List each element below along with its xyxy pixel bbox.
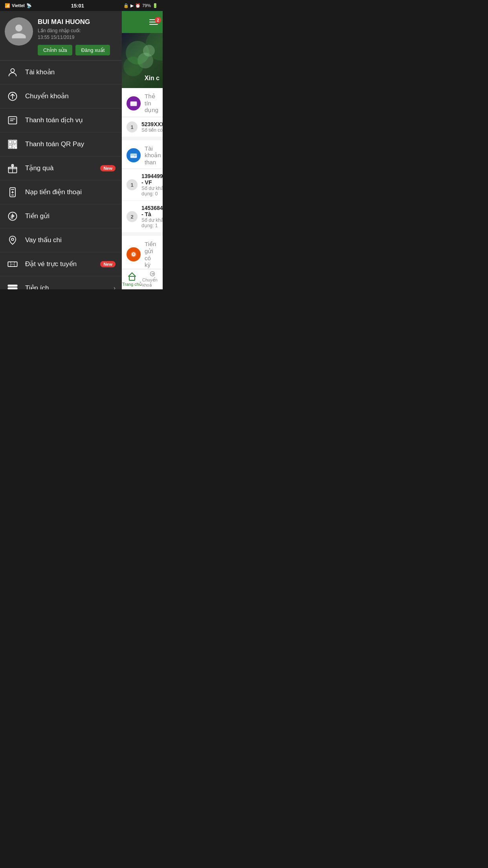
location-icon: ▶ (130, 3, 134, 8)
ticket-icon (6, 258, 19, 270)
profile-name: BUI MAI HUONG (38, 18, 117, 26)
account-number-credit-1: 5239XXXXXXXX (141, 121, 163, 127)
svg-rect-20 (130, 103, 137, 104)
utilities-icon (6, 282, 19, 289)
profile-buttons: Chỉnh sửa Đăng xuất (38, 45, 117, 55)
profile-last-login: Lần đăng nhập cuối: 13:55 15/11/2019 (38, 28, 117, 41)
chevron-right-icon: › (114, 285, 116, 289)
menu-label-chuyen-khoan: Chuyển khoản (25, 92, 116, 100)
account-number-payment-2: 145368472 - Tà (141, 205, 163, 217)
accounts-section: Thẻ tín dụng 1 5239XXXXXXXX Số tiền có t… (122, 88, 163, 269)
sidebar-item-nap-tien[interactable]: Nạp tiền điện thoại (0, 180, 122, 204)
menu-label-dat-ve: Đặt vé trực tuyến (25, 260, 94, 268)
profile-section: BUI MAI HUONG Lần đăng nhập cuối: 13:55 … (0, 11, 122, 61)
loan-icon (6, 234, 19, 246)
credit-card-section-icon (127, 96, 141, 110)
section-header-tai-khoan-thanh-toan: Tài khoản than (122, 140, 163, 169)
logout-button[interactable]: Đăng xuất (75, 45, 110, 55)
menu-label-tien-ich: Tiện ích (25, 284, 107, 289)
carrier-signal: 📶 Viettel 📡 (5, 3, 32, 8)
svg-point-12 (11, 238, 14, 240)
alarm-icon: ⏰ (135, 3, 141, 8)
menu-label-tang-qua: Tặng quà (25, 164, 94, 172)
hero-banner: Xin c (122, 33, 163, 88)
wallet-section-icon (127, 148, 141, 162)
svg-rect-8 (9, 145, 11, 147)
sidebar-item-thanh-toan-dich-vu[interactable]: Thanh toán dịch vụ (0, 108, 122, 132)
account-sub-payment-2: Số dư khả dụng: 1 (141, 217, 163, 228)
lock-icon: 🔒 (123, 3, 129, 8)
sidebar-item-tien-gui[interactable]: Tiền gửi (0, 204, 122, 228)
bottom-navigation: Trang chủ Chuyển khoả (122, 269, 163, 289)
clock: 15:01 (71, 3, 84, 9)
account-info-credit-1: 5239XXXXXXXX Số tiền có thể chi (141, 121, 163, 133)
account-index-payment-1: 1 (127, 179, 138, 190)
svg-point-0 (11, 68, 14, 72)
svg-rect-22 (129, 276, 135, 280)
menu-label-tien-gui: Tiền gửi (25, 212, 116, 220)
svg-rect-6 (9, 141, 11, 143)
edit-profile-button[interactable]: Chỉnh sửa (38, 45, 72, 55)
account-item-payment-1[interactable]: 1 139449924 - VF Số dư khả dụng: 0 (122, 169, 163, 201)
section-title-the-tin-dung: Thẻ tín dụng (145, 93, 158, 114)
profile-info: BUI MAI HUONG Lần đăng nhập cuối: 13:55 … (38, 17, 117, 55)
nav-label-trang-chu: Trang chủ (122, 282, 142, 287)
svg-rect-15 (8, 287, 17, 289)
nav-item-chuyen-khoan[interactable]: Chuyển khoả (142, 269, 163, 289)
notification-badge: 2 (155, 17, 161, 23)
menu-label-qr-pay: Thanh toán QR Pay (25, 140, 116, 148)
new-badge-tang-qua: New (100, 165, 116, 171)
hamburger-line-3 (149, 24, 158, 25)
savings-deposit-section-icon (127, 247, 141, 261)
account-info-payment-2: 145368472 - Tà Số dư khả dụng: 1 (141, 205, 163, 228)
signal-bars: 📶 (5, 3, 10, 8)
account-item-credit-1[interactable]: 1 5239XXXXXXXX Số tiền có thể chi (122, 117, 163, 137)
right-header: 2 (122, 11, 163, 33)
sidebar-item-qr-pay[interactable]: Thanh toán QR Pay (0, 132, 122, 156)
sidebar-item-tang-qua[interactable]: Tặng quà New (0, 156, 122, 180)
account-sub-payment-1: Số dư khả dụng: 0 (141, 186, 163, 197)
section-title-tai-khoan-thanh-toan: Tài khoản than (145, 145, 161, 166)
nav-label-chuyen-khoan: Chuyển khoả (142, 278, 163, 288)
svg-rect-14 (8, 285, 17, 286)
avatar (5, 17, 33, 46)
hamburger-menu-button[interactable]: 2 (149, 19, 158, 25)
sidebar-item-tai-khoan[interactable]: Tài khoản (0, 61, 122, 85)
phone-topup-icon (6, 186, 19, 199)
right-panel: 2 Xin c Thẻ tín dụng 1 (122, 11, 163, 289)
section-title-tien-gui-co-ky: Tiền gửi có kỳ (145, 241, 158, 268)
section-header-tien-gui-co-ky: Tiền gửi có kỳ (122, 236, 163, 269)
svg-rect-2 (9, 116, 17, 124)
payment-service-icon (6, 114, 19, 127)
svg-rect-7 (14, 141, 16, 143)
nav-item-trang-chu[interactable]: Trang chủ (122, 269, 142, 289)
gift-icon (6, 162, 19, 175)
account-item-payment-2[interactable]: 2 145368472 - Tà Số dư khả dụng: 1 (122, 201, 163, 233)
sidebar: BUI MAI HUONG Lần đăng nhập cuối: 13:55 … (0, 11, 122, 289)
account-number-payment-1: 139449924 - VF (141, 173, 163, 186)
battery-icon: 🔋 (152, 3, 158, 8)
menu-label-thanh-toan-dich-vu: Thanh toán dịch vụ (25, 116, 116, 124)
qr-icon (6, 138, 19, 151)
new-badge-dat-ve: New (100, 261, 116, 267)
battery-status: 🔒 ▶ ⏰ 79% 🔋 (123, 3, 158, 8)
account-info-payment-1: 139449924 - VF Số dư khả dụng: 0 (141, 173, 163, 197)
menu-label-vay-thau-chi: Vay thấu chi (25, 236, 116, 244)
sidebar-item-dat-ve[interactable]: Đặt vé trực tuyến New (0, 252, 122, 276)
hero-text: Xin c (145, 75, 160, 82)
menu-list: Tài khoản Chuyển khoản Thanh toán dịch v… (0, 61, 122, 289)
sidebar-item-chuyen-khoan[interactable]: Chuyển khoản (0, 85, 122, 108)
sidebar-item-vay-thau-chi[interactable]: Vay thấu chi (0, 228, 122, 252)
savings-icon (6, 210, 19, 223)
menu-label-tai-khoan: Tài khoản (25, 68, 116, 76)
wifi-icon: 📡 (26, 3, 32, 8)
status-bar: 📶 Viettel 📡 15:01 🔒 ▶ ⏰ 79% 🔋 (0, 0, 163, 11)
transfer-icon (6, 90, 19, 103)
user-icon (6, 66, 19, 79)
sidebar-item-tien-ich[interactable]: Tiện ích › (0, 276, 122, 289)
menu-label-nap-tien: Nạp tiền điện thoại (25, 188, 116, 196)
account-index-1: 1 (127, 121, 138, 132)
account-sub-credit-1: Số tiền có thể chi (141, 127, 163, 133)
section-header-the-tin-dung: Thẻ tín dụng (122, 88, 163, 117)
account-index-payment-2: 2 (127, 211, 138, 222)
